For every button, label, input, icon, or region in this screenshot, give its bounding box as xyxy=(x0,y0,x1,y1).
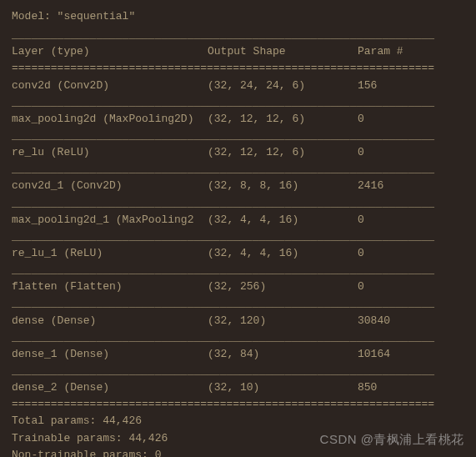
table-row: dense (Dense)(32, 120)30840 xyxy=(12,313,464,329)
layer-output: (32, 84) xyxy=(208,346,358,363)
table-row: conv2d (Conv2D)(32, 24, 24, 6)156 xyxy=(12,78,464,94)
header-output: Output Shape xyxy=(208,43,358,60)
layer-output: (32, 120) xyxy=(208,313,358,329)
header-param: Param # xyxy=(358,43,464,60)
layer-param: 10164 xyxy=(358,346,464,363)
layer-param: 0 xyxy=(358,245,464,262)
table-row: max_pooling2d (MaxPooling2D)(32, 12, 12,… xyxy=(12,111,464,128)
layer-name: max_pooling2d (MaxPooling2D) xyxy=(12,111,208,128)
divider-underscore: ________________________________________… xyxy=(12,161,464,178)
layer-name: conv2d (Conv2D) xyxy=(12,78,208,94)
layer-output: (32, 12, 12, 6) xyxy=(208,111,358,128)
table-row: conv2d_1 (Conv2D)(32, 8, 8, 16)2416 xyxy=(12,178,464,194)
divider-underscore: ________________________________________… xyxy=(12,329,464,346)
table-row: dense_2 (Dense)(32, 10)850 xyxy=(12,379,464,396)
divider-equals: ========================================… xyxy=(12,60,464,77)
divider-underscore: ________________________________________… xyxy=(12,94,464,111)
divider-underscore: ________________________________________… xyxy=(12,262,464,279)
table-row: flatten (Flatten)(32, 256)0 xyxy=(12,279,464,295)
layer-output: (32, 256) xyxy=(208,279,358,295)
table-header-row: Layer (type) Output Shape Param # xyxy=(12,43,464,60)
layer-param: 30840 xyxy=(358,313,464,329)
table-row: re_lu (ReLU)(32, 12, 12, 6)0 xyxy=(12,144,464,161)
divider-underscore: ________________________________________… xyxy=(12,27,464,43)
total-params: Total params: 44,426 xyxy=(12,413,464,429)
layer-param: 0 xyxy=(358,279,464,295)
layer-name: dense_2 (Dense) xyxy=(12,379,208,396)
layer-param: 0 xyxy=(358,212,464,228)
layer-output: (32, 12, 12, 6) xyxy=(208,144,358,161)
divider-equals: ========================================… xyxy=(12,396,464,413)
layer-output: (32, 24, 24, 6) xyxy=(208,78,358,94)
layer-output: (32, 4, 4, 16) xyxy=(208,212,358,228)
layer-name: dense_1 (Dense) xyxy=(12,346,208,363)
layer-name: re_lu_1 (ReLU) xyxy=(12,245,208,262)
divider-underscore: ________________________________________… xyxy=(12,195,464,212)
watermark: CSDN @青枫浦上看桃花 xyxy=(320,429,464,449)
layer-param: 0 xyxy=(358,144,464,161)
table-row: max_pooling2d_1 (MaxPooling2(32, 4, 4, 1… xyxy=(12,212,464,228)
layer-name: max_pooling2d_1 (MaxPooling2 xyxy=(12,212,208,228)
layer-output: (32, 8, 8, 16) xyxy=(208,178,358,194)
layer-output: (32, 4, 4, 16) xyxy=(208,245,358,262)
layer-param: 0 xyxy=(358,111,464,128)
model-name: Model: "sequential" xyxy=(12,8,464,25)
layer-param: 156 xyxy=(358,78,464,94)
divider-underscore: ________________________________________… xyxy=(12,363,464,379)
divider-underscore: ________________________________________… xyxy=(12,128,464,144)
layer-output: (32, 10) xyxy=(208,379,358,396)
layer-name: re_lu (ReLU) xyxy=(12,144,208,161)
layer-name: conv2d_1 (Conv2D) xyxy=(12,178,208,194)
header-layer: Layer (type) xyxy=(12,43,208,60)
layer-name: flatten (Flatten) xyxy=(12,279,208,295)
layer-param: 2416 xyxy=(358,178,464,194)
table-row: dense_1 (Dense)(32, 84)10164 xyxy=(12,346,464,363)
layer-name: dense (Dense) xyxy=(12,313,208,329)
layers-container: conv2d (Conv2D)(32, 24, 24, 6)156_______… xyxy=(12,78,464,397)
layer-param: 850 xyxy=(358,379,464,396)
divider-underscore: ________________________________________… xyxy=(12,228,464,245)
table-row: re_lu_1 (ReLU)(32, 4, 4, 16)0 xyxy=(12,245,464,262)
divider-underscore: ________________________________________… xyxy=(12,295,464,312)
